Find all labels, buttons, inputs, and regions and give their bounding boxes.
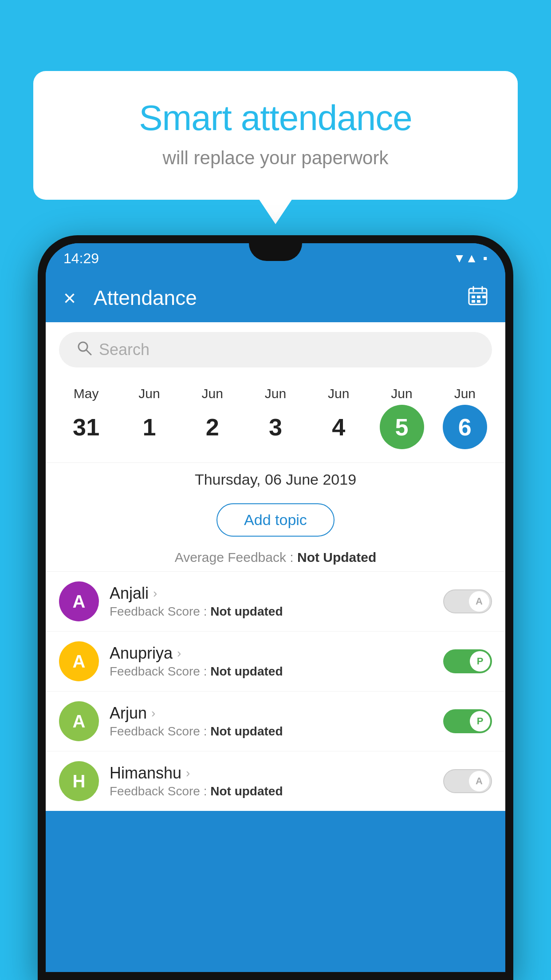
- date-item-jun5[interactable]: Jun 5: [373, 386, 431, 449]
- add-topic-button[interactable]: Add topic: [216, 503, 335, 537]
- phone-frame: 14:29 ▼▲ ▪ × Attendance: [38, 235, 513, 980]
- attendance-toggle-anupriya[interactable]: P: [443, 649, 492, 673]
- search-icon: [77, 340, 92, 360]
- student-feedback-anupriya: Feedback Score : Not updated: [110, 664, 433, 679]
- date-item-jun4[interactable]: Jun 4: [310, 386, 367, 449]
- student-name-anupriya: Anupriya ›: [110, 644, 433, 663]
- svg-rect-6: [482, 296, 486, 298]
- search-container: Search: [46, 322, 505, 377]
- date-item-jun3[interactable]: Jun 3: [247, 386, 304, 449]
- search-bar[interactable]: Search: [59, 332, 492, 368]
- app-title: Attendance: [94, 286, 450, 310]
- search-placeholder: Search: [99, 340, 150, 359]
- battery-icon: ▪: [483, 251, 488, 265]
- student-feedback-himanshu: Feedback Score : Not updated: [110, 784, 433, 798]
- close-button[interactable]: ×: [63, 286, 76, 310]
- student-info-anjali: Anjali › Feedback Score : Not updated: [110, 584, 433, 619]
- student-name-himanshu: Himanshu ›: [110, 764, 433, 782]
- notch: [249, 243, 302, 261]
- svg-rect-5: [477, 296, 480, 298]
- student-info-anupriya: Anupriya › Feedback Score : Not updated: [110, 644, 433, 679]
- student-item-anjali[interactable]: A Anjali › Feedback Score : Not updated …: [46, 571, 505, 631]
- student-name-anjali: Anjali ›: [110, 584, 433, 603]
- student-list: A Anjali › Feedback Score : Not updated …: [46, 571, 505, 811]
- student-info-arjun: Arjun › Feedback Score : Not updated: [110, 704, 433, 739]
- status-time: 14:29: [63, 250, 99, 267]
- student-feedback-anjali: Feedback Score : Not updated: [110, 605, 433, 619]
- bubble-title: Smart attendance: [69, 98, 482, 138]
- chevron-icon: ›: [186, 766, 190, 780]
- avatar-arjun: A: [59, 701, 99, 741]
- student-name-arjun: Arjun ›: [110, 704, 433, 723]
- svg-rect-8: [477, 300, 480, 303]
- calendar-strip: May 31 Jun 1 Jun 2 Jun 3 Jun 4: [46, 377, 505, 462]
- bubble-subtitle: will replace your paperwork: [69, 147, 482, 169]
- chevron-icon: ›: [177, 646, 181, 660]
- student-item-arjun[interactable]: A Arjun › Feedback Score : Not updated P: [46, 691, 505, 751]
- chevron-icon: ›: [151, 706, 155, 720]
- toggle-knob-himanshu: A: [469, 771, 489, 791]
- wifi-icon: ▼▲: [453, 251, 478, 265]
- toggle-knob-anupriya: P: [470, 651, 490, 672]
- avg-feedback: Average Feedback : Not Updated: [46, 544, 505, 571]
- status-icons: ▼▲ ▪: [453, 251, 488, 265]
- attendance-toggle-arjun[interactable]: P: [443, 709, 492, 733]
- avatar-anupriya: A: [59, 641, 99, 681]
- toggle-knob-anjali: A: [469, 591, 489, 612]
- svg-rect-4: [472, 296, 475, 298]
- content-area: Search May 31 Jun 1 Jun 2 Jun: [46, 322, 505, 811]
- date-item-may31[interactable]: May 31: [57, 386, 115, 449]
- app-bar: × Attendance: [46, 273, 505, 322]
- status-bar: 14:29 ▼▲ ▪: [46, 243, 505, 273]
- phone-screen: 14:29 ▼▲ ▪ × Attendance: [46, 243, 505, 972]
- chevron-icon: ›: [153, 586, 157, 601]
- avg-feedback-value: Not Updated: [297, 550, 376, 565]
- student-feedback-arjun: Feedback Score : Not updated: [110, 724, 433, 739]
- avg-feedback-label: Average Feedback :: [175, 550, 294, 565]
- speech-bubble: Smart attendance will replace your paper…: [33, 71, 518, 200]
- selected-date: Thursday, 06 June 2019: [46, 462, 505, 496]
- attendance-toggle-anjali[interactable]: A: [443, 589, 492, 613]
- svg-rect-7: [472, 300, 475, 303]
- toggle-knob-arjun: P: [470, 711, 490, 731]
- student-item-himanshu[interactable]: H Himanshu › Feedback Score : Not update…: [46, 751, 505, 811]
- avatar-himanshu: H: [59, 761, 99, 801]
- date-item-jun2[interactable]: Jun 2: [184, 386, 241, 449]
- student-info-himanshu: Himanshu › Feedback Score : Not updated: [110, 764, 433, 798]
- date-item-jun6[interactable]: Jun 6: [436, 386, 494, 449]
- calendar-icon[interactable]: [468, 286, 488, 310]
- student-item-anupriya[interactable]: A Anupriya › Feedback Score : Not update…: [46, 631, 505, 691]
- avatar-anjali: A: [59, 581, 99, 621]
- svg-line-10: [87, 350, 91, 355]
- attendance-toggle-himanshu[interactable]: A: [443, 769, 492, 793]
- date-item-jun1[interactable]: Jun 1: [120, 386, 178, 449]
- add-topic-container: Add topic: [46, 496, 505, 544]
